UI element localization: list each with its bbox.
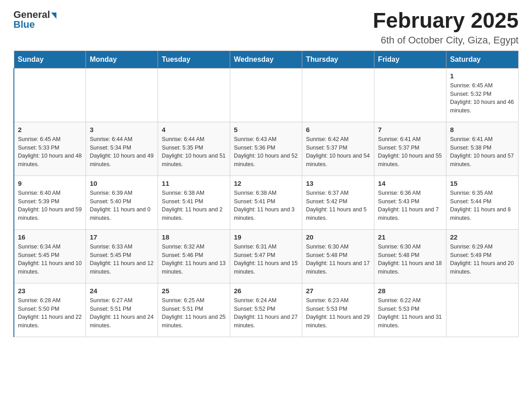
day-info: Sunrise: 6:27 AMSunset: 5:51 PMDaylight:… [90,296,154,330]
calendar-day-header: Sunday [14,51,86,68]
calendar-week-row: 16Sunrise: 6:34 AMSunset: 5:45 PMDayligh… [14,229,519,283]
day-info: Sunrise: 6:41 AMSunset: 5:37 PMDaylight:… [378,135,442,169]
day-info: Sunrise: 6:45 AMSunset: 5:33 PMDaylight:… [18,135,82,169]
day-number: 21 [378,233,442,241]
logo-blue-text: Blue [13,19,35,30]
day-info: Sunrise: 6:33 AMSunset: 5:45 PMDaylight:… [90,243,154,276]
day-number: 28 [378,287,442,295]
day-number: 23 [18,287,82,295]
calendar-cell: 19Sunrise: 6:31 AMSunset: 5:47 PMDayligh… [230,229,302,283]
calendar-week-row: 2Sunrise: 6:45 AMSunset: 5:33 PMDaylight… [14,122,519,176]
calendar-cell: 18Sunrise: 6:32 AMSunset: 5:46 PMDayligh… [158,229,230,283]
day-number: 18 [162,233,226,241]
calendar-cell: 12Sunrise: 6:38 AMSunset: 5:41 PMDayligh… [230,176,302,229]
day-number: 20 [306,233,370,241]
calendar-cell: 27Sunrise: 6:23 AMSunset: 5:53 PMDayligh… [302,283,374,337]
calendar-cell: 25Sunrise: 6:25 AMSunset: 5:51 PMDayligh… [158,283,230,337]
calendar-cell: 13Sunrise: 6:37 AMSunset: 5:42 PMDayligh… [302,176,374,229]
calendar-day-header: Saturday [446,51,519,68]
calendar-cell: 14Sunrise: 6:36 AMSunset: 5:43 PMDayligh… [374,176,446,229]
calendar-week-row: 9Sunrise: 6:40 AMSunset: 5:39 PMDaylight… [14,176,519,229]
day-number: 15 [450,180,515,187]
day-info: Sunrise: 6:42 AMSunset: 5:37 PMDaylight:… [306,135,370,169]
day-info: Sunrise: 6:25 AMSunset: 5:51 PMDaylight:… [162,296,226,330]
calendar-cell: 5Sunrise: 6:43 AMSunset: 5:36 PMDaylight… [230,122,302,176]
calendar-header-row: SundayMondayTuesdayWednesdayThursdayFrid… [14,51,519,68]
day-number: 22 [450,233,515,241]
day-number: 16 [18,233,82,241]
calendar-cell: 16Sunrise: 6:34 AMSunset: 5:45 PMDayligh… [14,229,86,283]
page-header: General Blue February 2025 6th of Octobe… [13,9,519,46]
day-info: Sunrise: 6:40 AMSunset: 5:39 PMDaylight:… [18,189,82,223]
calendar-cell: 10Sunrise: 6:39 AMSunset: 5:40 PMDayligh… [86,176,158,229]
calendar-table: SundayMondayTuesdayWednesdayThursdayFrid… [13,51,519,337]
day-number: 11 [162,180,226,187]
calendar-cell: 23Sunrise: 6:28 AMSunset: 5:50 PMDayligh… [14,283,86,337]
calendar-cell: 4Sunrise: 6:44 AMSunset: 5:35 PMDaylight… [158,122,230,176]
day-number: 2 [18,126,82,133]
calendar-cell [230,68,302,122]
logo: General Blue [13,9,56,30]
calendar-cell: 17Sunrise: 6:33 AMSunset: 5:45 PMDayligh… [86,229,158,283]
day-info: Sunrise: 6:30 AMSunset: 5:48 PMDaylight:… [378,243,442,276]
day-info: Sunrise: 6:43 AMSunset: 5:36 PMDaylight:… [234,135,298,169]
day-info: Sunrise: 6:37 AMSunset: 5:42 PMDaylight:… [306,189,370,223]
day-info: Sunrise: 6:38 AMSunset: 5:41 PMDaylight:… [234,189,298,223]
day-number: 27 [306,287,370,295]
day-number: 8 [450,126,515,133]
day-number: 17 [90,233,154,241]
calendar-cell [446,283,519,337]
calendar-cell: 3Sunrise: 6:44 AMSunset: 5:34 PMDaylight… [86,122,158,176]
main-title: February 2025 [373,9,519,33]
calendar-cell: 24Sunrise: 6:27 AMSunset: 5:51 PMDayligh… [86,283,158,337]
day-info: Sunrise: 6:38 AMSunset: 5:41 PMDaylight:… [162,189,226,223]
calendar-cell: 15Sunrise: 6:35 AMSunset: 5:44 PMDayligh… [446,176,519,229]
calendar-day-header: Tuesday [158,51,230,68]
day-number: 25 [162,287,226,295]
calendar-cell: 20Sunrise: 6:30 AMSunset: 5:48 PMDayligh… [302,229,374,283]
day-number: 5 [234,126,298,133]
calendar-cell: 22Sunrise: 6:29 AMSunset: 5:49 PMDayligh… [446,229,519,283]
calendar-cell: 21Sunrise: 6:30 AMSunset: 5:48 PMDayligh… [374,229,446,283]
calendar-day-header: Monday [86,51,158,68]
calendar-day-header: Friday [374,51,446,68]
day-number: 9 [18,180,82,187]
day-number: 13 [306,180,370,187]
calendar-cell: 7Sunrise: 6:41 AMSunset: 5:37 PMDaylight… [374,122,446,176]
location-subtitle: 6th of October City, Giza, Egypt [373,34,519,46]
day-info: Sunrise: 6:35 AMSunset: 5:44 PMDaylight:… [450,189,515,223]
day-info: Sunrise: 6:45 AMSunset: 5:32 PMDaylight:… [450,81,515,115]
calendar-cell: 26Sunrise: 6:24 AMSunset: 5:52 PMDayligh… [230,283,302,337]
calendar-cell [86,68,158,122]
calendar-cell: 28Sunrise: 6:22 AMSunset: 5:53 PMDayligh… [374,283,446,337]
day-info: Sunrise: 6:32 AMSunset: 5:46 PMDaylight:… [162,243,226,276]
day-info: Sunrise: 6:24 AMSunset: 5:52 PMDaylight:… [234,296,298,330]
calendar-cell [302,68,374,122]
calendar-cell: 2Sunrise: 6:45 AMSunset: 5:33 PMDaylight… [14,122,86,176]
day-number: 10 [90,180,154,187]
day-info: Sunrise: 6:31 AMSunset: 5:47 PMDaylight:… [234,243,298,276]
day-number: 26 [234,287,298,295]
calendar-cell: 1Sunrise: 6:45 AMSunset: 5:32 PMDaylight… [446,68,519,122]
day-number: 14 [378,180,442,187]
day-number: 19 [234,233,298,241]
calendar-day-header: Thursday [302,51,374,68]
day-info: Sunrise: 6:44 AMSunset: 5:34 PMDaylight:… [90,135,154,169]
calendar-cell: 6Sunrise: 6:42 AMSunset: 5:37 PMDaylight… [302,122,374,176]
day-info: Sunrise: 6:30 AMSunset: 5:48 PMDaylight:… [306,243,370,276]
day-info: Sunrise: 6:36 AMSunset: 5:43 PMDaylight:… [378,189,442,223]
calendar-week-row: 1Sunrise: 6:45 AMSunset: 5:32 PMDaylight… [14,68,519,122]
calendar-cell [14,68,86,122]
day-number: 3 [90,126,154,133]
calendar-week-row: 23Sunrise: 6:28 AMSunset: 5:50 PMDayligh… [14,283,519,337]
day-info: Sunrise: 6:22 AMSunset: 5:53 PMDaylight:… [378,296,442,330]
logo-arrow-icon [51,13,56,19]
day-number: 12 [234,180,298,187]
day-number: 24 [90,287,154,295]
calendar-cell: 9Sunrise: 6:40 AMSunset: 5:39 PMDaylight… [14,176,86,229]
calendar-cell: 11Sunrise: 6:38 AMSunset: 5:41 PMDayligh… [158,176,230,229]
day-info: Sunrise: 6:29 AMSunset: 5:49 PMDaylight:… [450,243,515,276]
day-number: 6 [306,126,370,133]
title-block: February 2025 6th of October City, Giza,… [373,9,519,46]
day-number: 4 [162,126,226,133]
